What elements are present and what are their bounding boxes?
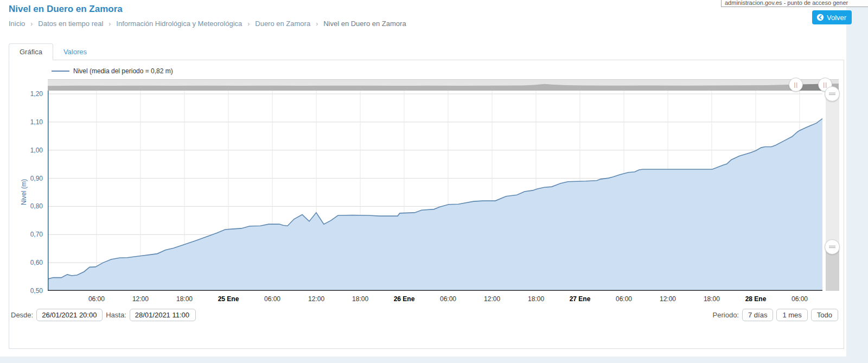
x-axis-tick-label: 06:00	[782, 295, 817, 303]
desde-input[interactable]	[36, 309, 103, 321]
page-title: Nivel en Duero en Zamora	[9, 4, 123, 15]
period-group: Periodo: 7 días1 mesTodo	[713, 309, 838, 321]
x-axis-tick-label: 18:00	[519, 295, 553, 303]
vertical-scrollbar[interactable]	[826, 91, 839, 291]
legend-label: Nivel (media del periodo = 0,82 m)	[73, 67, 173, 75]
navigator-series-preview	[48, 79, 839, 91]
x-axis-tick-label: 12:00	[123, 295, 158, 303]
breadcrumb-item-2[interactable]: Información Hidrológica y Meteorológica	[116, 20, 242, 28]
breadcrumb-item-4: Nivel en Duero en Zamora	[323, 20, 406, 28]
breadcrumb-item-0[interactable]: Inicio	[9, 20, 25, 28]
breadcrumb-separator-icon: ›	[316, 20, 318, 28]
y-axis-tick-label: 0,60	[19, 259, 43, 266]
desde-label: Desde:	[11, 311, 33, 319]
periodo-label: Periodo:	[713, 311, 739, 319]
volver-button[interactable]: Volver	[812, 10, 852, 24]
x-axis-tick-label: 12:00	[475, 295, 509, 303]
y-axis-tick-label: 1,00	[19, 147, 43, 154]
tab-bar: GráficaValores	[9, 44, 844, 60]
y-axis-tick-label: 0,80	[19, 202, 43, 210]
breadcrumb-separator-icon: ›	[30, 20, 33, 28]
x-axis-tick-label: 25 Ene	[211, 295, 246, 303]
hasta-label: Hasta:	[106, 311, 126, 319]
plot-area[interactable]	[48, 91, 822, 291]
period-button-1[interactable]: 1 mes	[776, 309, 807, 321]
x-axis-tick-label: 06:00	[255, 295, 290, 303]
breadcrumb-item-3[interactable]: Duero en Zamora	[255, 20, 310, 28]
content-surface: Nivel en Duero en Zamora Inicio›Datos en…	[0, 0, 846, 356]
volver-label: Volver	[827, 14, 846, 22]
range-controls: Desde: Hasta: Periodo: 7 días1 mesTodo	[11, 308, 838, 322]
y-axis-title: Nivel (m)	[20, 160, 28, 225]
chart-navigator[interactable]	[48, 79, 839, 91]
x-axis-tick-label: 28 Ene	[738, 295, 773, 303]
x-axis-tick-label: 26 Ene	[387, 295, 422, 303]
breadcrumb-separator-icon: ›	[247, 20, 250, 28]
y-axis-tick-label: 0,70	[19, 231, 43, 238]
tab-grafica[interactable]: Gráfica	[9, 43, 53, 60]
y-axis-tick-label: 1,10	[19, 118, 43, 126]
back-arrow-icon	[816, 14, 824, 21]
x-axis-tick-label: 06:00	[79, 295, 114, 303]
level-area-chart	[48, 91, 822, 291]
breadcrumb-separator-icon: ›	[108, 20, 111, 28]
date-range-group: Desde: Hasta:	[11, 309, 196, 321]
x-axis-tick-label: 06:00	[607, 295, 641, 303]
vertical-scroll-bottom-handle[interactable]	[825, 239, 840, 254]
x-axis-tick-label: 06:00	[431, 295, 465, 303]
x-axis-tick-label: 27 Ene	[563, 295, 597, 303]
period-button-0[interactable]: 7 días	[742, 309, 773, 321]
vertical-scroll-top-handle[interactable]	[825, 86, 840, 101]
y-axis-tick-label: 0,50	[19, 287, 43, 295]
breadcrumb: Inicio›Datos en tiempo real›Información …	[9, 20, 406, 28]
y-axis-tick-label: 0,90	[19, 175, 43, 182]
x-axis-tick-label: 18:00	[167, 295, 202, 303]
x-axis-tick-label: 18:00	[694, 295, 729, 303]
hasta-input[interactable]	[130, 309, 196, 321]
legend-line-swatch	[52, 71, 69, 72]
tab-valores[interactable]: Valores	[53, 44, 97, 60]
chart-panel: Nivel (media del periodo = 0,82 m) || ||…	[9, 60, 844, 349]
grip-icon	[829, 245, 835, 249]
x-axis-tick-label: 12:00	[650, 295, 685, 303]
link-tooltip: administracion.gov.es - punto de acceso …	[721, 0, 868, 7]
y-axis-tick-label: 1,20	[19, 90, 43, 98]
chart-legend[interactable]: Nivel (media del periodo = 0,82 m)	[52, 67, 173, 75]
grip-icon	[829, 92, 835, 96]
x-axis-tick-label: 12:00	[299, 295, 334, 303]
period-button-2[interactable]: Todo	[811, 309, 838, 321]
page: Nivel en Duero en Zamora Inicio›Datos en…	[0, 0, 868, 363]
x-axis-tick-label: 18:00	[343, 295, 378, 303]
breadcrumb-item-1[interactable]: Datos en tiempo real	[38, 20, 103, 28]
